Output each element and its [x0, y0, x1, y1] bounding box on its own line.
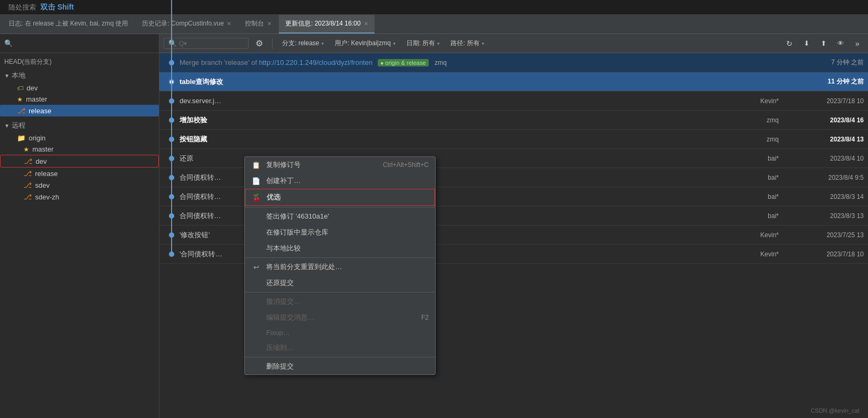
remote-origin-sdev-zh[interactable]: ⎇ sdev-zh	[0, 191, 159, 203]
commit-row[interactable]: 按钮隐藏 zmq 2023/8/4 13	[159, 130, 868, 149]
search-icon: 🔍	[4, 39, 13, 47]
commit-date: 2023/8/4 9:5	[779, 174, 864, 181]
fetch-icon: ⬇	[804, 39, 810, 47]
ctx-fixup[interactable]: Fixup…	[245, 325, 435, 340]
remote-origin-dev[interactable]: ⎇ dev	[0, 155, 159, 168]
ctx-item-label: 编辑提交消息…	[266, 313, 314, 322]
close-icon[interactable]: ✕	[227, 21, 231, 27]
push-icon: ⬆	[821, 39, 827, 47]
remote-origin-master[interactable]: ★ master	[0, 144, 159, 155]
ctx-copy-revision[interactable]: 📋 复制修订号 Ctrl+Alt+Shift+C	[245, 157, 435, 173]
tab-bar: 日志: 在 release 上被 Kevin, bai, zmq 使用 历史记录…	[0, 15, 868, 34]
commit-date: 2023/7/18 10	[779, 250, 864, 258]
close-icon[interactable]: ✕	[364, 21, 368, 27]
ctx-item-shortcut: F2	[421, 314, 429, 321]
ctx-item-label: Fixup…	[266, 329, 290, 337]
chevron-down-icon: ▼	[4, 123, 10, 129]
path-filter[interactable]: 路径: 所有 ▾	[447, 38, 488, 49]
commit-date: 11 分钟 之前	[779, 77, 864, 86]
tab-console[interactable]: 控制台 ✕	[239, 15, 278, 34]
ctx-divider	[245, 357, 435, 357]
chevron-down-icon: ▾	[482, 41, 484, 46]
ctx-delete-commit[interactable]: 删除提交	[245, 358, 435, 374]
commit-row[interactable]: Merge branch 'release' of http://10.220.…	[159, 53, 868, 72]
commit-row[interactable]: table查询修改 11 分钟 之前	[159, 72, 868, 91]
ctx-edit-message[interactable]: 编辑提交消息… F2	[245, 310, 435, 325]
remote-section[interactable]: ▼ 远程	[0, 119, 159, 132]
more-icon: »	[855, 39, 860, 48]
branch-tree: HEAD(当前分支) ▼ 本地 🏷 dev ★ master ⎇ release	[0, 53, 159, 418]
ctx-compare-local[interactable]: 与本地比较	[245, 240, 435, 256]
ctx-item-label: 将当前分支重置到此处…	[266, 262, 342, 272]
sidebar: 🔍 HEAD(当前分支) ▼ 本地 🏷 dev ★ master	[0, 34, 159, 418]
ctx-undo-commit[interactable]: 撤消提交…	[245, 294, 435, 310]
commit-link[interactable]: http://10.220.1.249/cloud/dyzl/fronten	[259, 58, 373, 66]
star-icon: ★	[17, 96, 23, 103]
branch-icon: ⎇	[23, 169, 32, 178]
branch-dev-local[interactable]: 🏷 dev	[0, 82, 159, 94]
commit-message: dev.server.j…	[180, 97, 715, 105]
ctx-revert-commit[interactable]: 还原提交	[245, 275, 435, 291]
chevron-down-icon: ▾	[321, 41, 324, 46]
star-icon: ★	[23, 146, 29, 153]
search-icon: 🔍	[168, 39, 177, 47]
user-filter-label: 用户: Kevin|bai|zmq	[335, 39, 391, 48]
ctx-reset-branch[interactable]: ↩ 将当前分支重置到此处…	[245, 259, 435, 275]
remote-origin-sdev[interactable]: ⎇ sdev	[0, 179, 159, 191]
branch-icon: ⎇	[24, 157, 32, 165]
branch-filter[interactable]: 分支: release ▾	[279, 38, 327, 49]
close-icon[interactable]: ✕	[267, 21, 271, 27]
ctx-item-label: 签出修订 '46310a1e'	[266, 212, 329, 221]
ctx-cherry-pick[interactable]: 🍒 优选	[245, 189, 435, 206]
commit-author: zmq	[715, 116, 779, 124]
commit-row[interactable]: 增加校验 zmq 2023/8/4 16	[159, 111, 868, 130]
ctx-item-label: 优选	[267, 193, 280, 202]
commit-author: bai*	[715, 193, 779, 200]
ctx-create-patch[interactable]: 📄 创建补丁…	[245, 173, 435, 189]
tab-log[interactable]: 日志: 在 release 上被 Kevin, bai, zmq 使用	[2, 15, 134, 34]
local-section-label: 本地	[12, 71, 25, 80]
ctx-show-repo[interactable]: 在修订版中显示仓库	[245, 224, 435, 240]
ctx-checkout[interactable]: 签出修订 '46310a1e'	[245, 208, 435, 224]
chevron-down-icon: ▾	[437, 41, 440, 46]
top-search-bar: 随处搜索 双击 Shift	[0, 0, 868, 15]
commit-tag: ● origin & release	[378, 59, 428, 66]
commit-graph-node	[164, 60, 180, 65]
commit-date: 7 分钟 之前	[779, 58, 864, 67]
branch-master-local[interactable]: ★ master	[0, 94, 159, 105]
refresh-button[interactable]: ↻	[783, 37, 796, 50]
tab-history[interactable]: 历史记录: CompCustInfo.vue ✕	[135, 15, 237, 34]
eye-button[interactable]: 👁	[834, 37, 847, 50]
ctx-item-label: 压缩到…	[266, 343, 294, 353]
chevron-down-icon: ▾	[393, 41, 396, 46]
ctx-item-label: 还原提交	[266, 278, 294, 288]
commit-author: Kevin*	[715, 231, 779, 239]
ctx-squash[interactable]: 压缩到…	[245, 340, 435, 356]
remote-origin-release[interactable]: ⎇ release	[0, 168, 159, 179]
fetch-button[interactable]: ⬇	[800, 37, 813, 50]
commit-date: 2023/7/25 13	[779, 231, 864, 239]
commit-author: zmq	[715, 136, 779, 143]
context-menu: 📋 复制修订号 Ctrl+Alt+Shift+C 📄 创建补丁… 🍒 优选 签出…	[244, 156, 436, 375]
settings-button[interactable]: ⚙	[253, 37, 266, 50]
local-section[interactable]: ▼ 本地	[0, 69, 159, 82]
remote-origin-folder[interactable]: 📁 origin	[0, 132, 159, 144]
folder-icon: 📁	[17, 134, 25, 142]
ctx-item-label: 复制修订号	[266, 160, 301, 170]
push-button[interactable]: ⬆	[817, 37, 830, 50]
commit-row[interactable]: dev.server.j… Kevin* 2023/7/18 10	[159, 91, 868, 111]
toolbar: 🔍 Q▾ ⚙ 分支: release ▾ 用户: Kevin|bai|zmq ▾…	[159, 34, 868, 53]
ctx-item-label: 删除提交	[266, 362, 294, 371]
refresh-icon: ↻	[786, 39, 793, 48]
branch-release-local[interactable]: ⎇ release	[0, 105, 159, 116]
date-filter[interactable]: 日期: 所有 ▾	[403, 38, 444, 49]
ctx-item-label: 在修订版中显示仓库	[266, 228, 328, 237]
more-button[interactable]: »	[851, 37, 864, 50]
ctx-divider	[245, 207, 435, 207]
tab-update-info[interactable]: 更新信息: 2023/8/14 16:00 ✕	[279, 15, 374, 34]
cherry-icon: 🍒	[252, 194, 261, 202]
search-hint-key: 双击 Shift	[40, 3, 74, 12]
remote-section-label: 远程	[12, 121, 25, 130]
user-filter[interactable]: 用户: Kevin|bai|zmq ▾	[331, 38, 399, 49]
commit-search-input[interactable]: 🔍 Q▾	[164, 38, 249, 49]
